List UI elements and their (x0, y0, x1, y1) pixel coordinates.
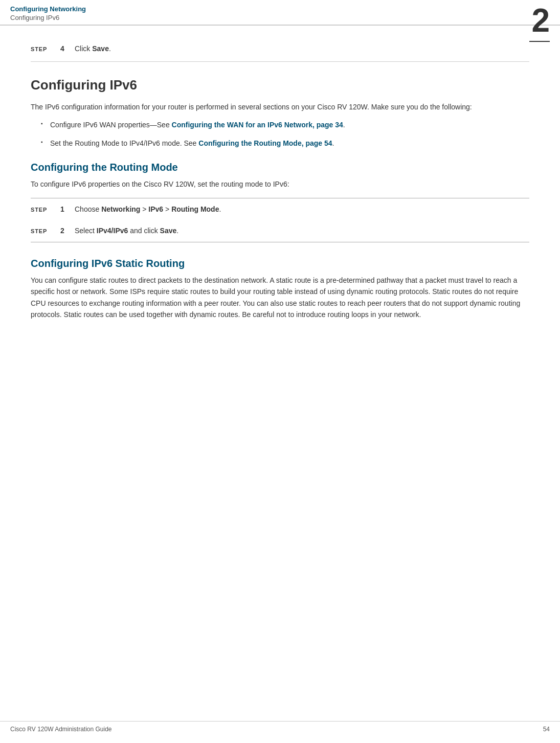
routing-step-1: STEP 1 Choose Networking > IPv6 > Routin… (31, 198, 529, 220)
chapter-title: Configuring Networking (10, 5, 550, 13)
ipv6-section-title: Configuring IPv6 (31, 77, 529, 93)
static-routing-title: Configuring IPv6 Static Routing (31, 258, 529, 269)
bullet-2-link[interactable]: Configuring the Routing Mode, page 54 (198, 139, 332, 147)
bullet-item-1: Configure IPv6 WAN properties—See Config… (41, 119, 529, 130)
routing-mode-title: Configuring the Routing Mode (31, 162, 529, 173)
bullet-1-link[interactable]: Configuring the WAN for an IPv6 Network,… (172, 121, 343, 129)
footer-page-number: 54 (543, 726, 550, 733)
step-4-text-after: . (109, 44, 111, 53)
bullet-1-before: Configure IPv6 WAN properties—See (50, 121, 172, 129)
routing-step-2: STEP 2 Select IPv4/IPv6 and click Save. (31, 220, 529, 241)
ipv6-bullet-list: Configure IPv6 WAN properties—See Config… (41, 119, 529, 149)
step-4-content: Click Save. (75, 43, 529, 54)
routing-mode-label: Routing Mode (171, 205, 219, 213)
ipv6-intro: The IPv6 configuration information for y… (31, 101, 529, 112)
main-content: STEP 4 Click Save. Configuring IPv6 The … (0, 26, 560, 336)
bullet-1-after: . (343, 121, 345, 129)
section-title: Configuring IPv6 (10, 14, 550, 21)
static-routing-section: Configuring IPv6 Static Routing You can … (31, 258, 529, 321)
page-header: Configuring Networking Configuring IPv6 … (0, 0, 560, 26)
ipv4-ipv6-label: IPv4/IPv6 (97, 227, 128, 235)
routing-step-2-content: Select IPv4/IPv6 and click Save. (75, 225, 529, 236)
routing-step-1-keyword: STEP (31, 207, 56, 213)
save-label: Save (160, 227, 177, 235)
ipv6-label: IPv6 (148, 205, 163, 213)
page-footer: Cisco RV 120W Administration Guide 54 (0, 721, 560, 733)
page: Configuring Networking Configuring IPv6 … (0, 0, 560, 743)
bullet-2-before: Set the Routing Mode to IPv4/IPv6 mode. … (50, 139, 198, 147)
step-4-keyword: STEP (31, 46, 56, 52)
routing-mode-section: Configuring the Routing Mode To configur… (31, 162, 529, 242)
ipv6-section: Configuring IPv6 The IPv6 configuration … (31, 77, 529, 149)
step-4-text-before: Click (75, 44, 92, 53)
step-4-row: STEP 4 Click Save. (31, 36, 529, 62)
routing-steps-block: STEP 1 Choose Networking > IPv6 > Routin… (31, 198, 529, 242)
bullet-2-after: . (332, 139, 334, 147)
step-4-save: Save (92, 44, 109, 53)
static-routing-body: You can configure static routes to direc… (31, 275, 529, 321)
bullet-item-2: Set the Routing Mode to IPv4/IPv6 mode. … (41, 138, 529, 149)
routing-step-1-content: Choose Networking > IPv6 > Routing Mode. (75, 204, 529, 215)
routing-mode-intro: To configure IPv6 properties on the Cisc… (31, 178, 529, 190)
networking-label: Networking (101, 205, 140, 213)
chapter-number-underline (529, 41, 550, 42)
step-4-number: 4 (60, 44, 71, 53)
routing-step-2-number: 2 (60, 227, 71, 235)
routing-step-2-keyword: STEP (31, 228, 56, 234)
footer-left: Cisco RV 120W Administration Guide (10, 726, 112, 733)
chapter-number: 2 (531, 4, 550, 37)
routing-step-1-number: 1 (60, 205, 71, 213)
